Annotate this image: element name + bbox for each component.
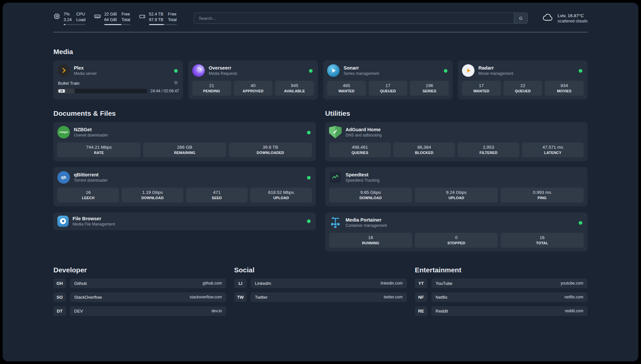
- bookmark-dev[interactable]: DT DEVdev.to: [53, 306, 226, 316]
- service-card-plex[interactable]: Plex Media server Bullet Train: [53, 60, 183, 100]
- bookmark-abbr: RE: [415, 306, 427, 316]
- header-divider: [53, 32, 588, 32]
- stat-upload: 618.52 MbpsUPLOAD: [250, 188, 312, 202]
- playback-progress-bar[interactable]: [57, 89, 147, 93]
- stat-filtered: 2,953FILTERED: [458, 142, 519, 157]
- disk-widget: 52.4 TB 97.9 TB Free Total: [139, 12, 177, 25]
- cpu-load-label: Load: [76, 17, 85, 23]
- section-title-utilities: Utilities: [325, 109, 588, 117]
- service-name: AdGuard Home: [346, 127, 382, 132]
- bookmark-url: reddit.com: [565, 309, 583, 313]
- memory-widget: 22 GiB 64 GiB Free Total: [94, 12, 130, 25]
- stat-remaining: 266 GBREMAINING: [143, 142, 226, 157]
- status-dot: [307, 176, 311, 179]
- service-name: Plex: [74, 65, 97, 71]
- cloud-icon: [542, 13, 554, 23]
- bookmark-reddit[interactable]: RE Redditreddit.com: [415, 306, 588, 316]
- bookmark-name: Twitter: [255, 295, 267, 300]
- status-dot: [309, 69, 313, 73]
- bookmark-group-title: Developer: [53, 266, 226, 274]
- service-name: Overseerr: [209, 65, 237, 71]
- section-title-media: Media: [53, 48, 588, 56]
- weather-location-temp: Lviv, 16.87°C: [558, 13, 588, 18]
- status-dot: [174, 69, 178, 73]
- stat-queries: 498,461QUERIES: [329, 142, 391, 157]
- section-bookmarks: Developer GH Githubgithub.com SO StackOv…: [53, 266, 588, 320]
- status-dot: [444, 69, 447, 73]
- nzbget-icon: nzbget: [57, 126, 70, 138]
- service-card-portainer[interactable]: Media Portainer Container management 16R…: [325, 212, 588, 252]
- bookmark-netflix[interactable]: NF Netflixnetflix.com: [415, 292, 588, 302]
- search-engine-button[interactable]: G: [514, 13, 528, 23]
- service-name: File Browser: [73, 216, 115, 221]
- bookmark-group-social: Social LI LinkedInlinkedin.com TW Twitte…: [234, 266, 407, 306]
- service-name: NZBGet: [74, 127, 108, 132]
- service-desc: Usenet downloader: [74, 133, 108, 137]
- stat-stopped: 0STOPPED: [415, 233, 498, 248]
- stat-rate: 744.21 MbpsRATE: [57, 142, 140, 157]
- disk-icon: [139, 13, 146, 20]
- stat-movies: 834MOVIES: [545, 81, 584, 96]
- service-card-filebrowser[interactable]: File Browser Media File Management: [53, 212, 316, 230]
- service-card-sonarr[interactable]: Sonarr Series management 485WANTED 17QUE…: [323, 60, 453, 100]
- qbittorrent-icon: qb: [57, 171, 70, 184]
- service-card-radarr[interactable]: Radarr Movie management 17WANTED 22QUEUE…: [458, 60, 588, 100]
- service-card-overseerr[interactable]: Overseerr Media Requests 21PENDING 40APP…: [188, 60, 318, 100]
- cpu-label: CPU: [76, 12, 85, 17]
- stat-wanted: 17WANTED: [462, 81, 501, 96]
- bookmark-github[interactable]: GH Githubgithub.com: [53, 279, 226, 288]
- bookmark-url: github.com: [202, 281, 222, 286]
- search-bar: G: [194, 13, 528, 24]
- pause-button[interactable]: [58, 89, 65, 93]
- bookmark-name: Github: [74, 281, 87, 286]
- service-name: qBittorrent: [74, 172, 108, 177]
- stat-upload: 9.24 GbpsUPLOAD: [415, 188, 498, 202]
- memory-free-label: Free: [121, 12, 130, 17]
- filebrowser-icon: [57, 216, 69, 227]
- service-card-qbittorrent[interactable]: qb qBittorrent Torrent downloader 16LEEC…: [53, 167, 316, 206]
- status-dot: [307, 131, 311, 134]
- stat-download: 9.65 GbpsDOWNLOAD: [329, 188, 412, 202]
- bookmark-twitter[interactable]: TW Twittertwitter.com: [234, 292, 407, 302]
- gear-icon[interactable]: [173, 80, 178, 86]
- search-input[interactable]: [194, 13, 514, 23]
- stat-blocked: 86,384BLOCKED: [393, 142, 455, 157]
- stat-downloaded: 39.6 TBDOWNLOADED: [229, 142, 312, 157]
- disk-progress-bar: [149, 24, 177, 25]
- bookmark-name: StackOverflow: [74, 295, 102, 300]
- service-name: Sonarr: [344, 65, 379, 71]
- stat-leech: 16LEECH: [57, 188, 119, 202]
- status-dot: [579, 69, 582, 73]
- service-desc: Media File Management: [73, 222, 115, 227]
- bookmark-youtube[interactable]: YT YouTubeyoutube.com: [415, 279, 588, 288]
- bookmark-linkedin[interactable]: LI LinkedInlinkedin.com: [234, 279, 407, 288]
- status-dot: [579, 221, 582, 225]
- service-name: Speedtest: [346, 172, 380, 177]
- overseerr-icon: [192, 64, 205, 77]
- bookmark-abbr: LI: [234, 279, 247, 288]
- service-card-nzbget[interactable]: nzbget NZBGet Usenet downloader 744.21 M…: [53, 122, 316, 161]
- disk-free-label: Free: [168, 12, 176, 17]
- section-utilities: Utilities ✓ AdGuard Home DNS and adblock…: [325, 109, 588, 252]
- dashboard-panel: 7% 3.24 CPU Load 22 GiB: [3, 3, 638, 361]
- portainer-icon: [329, 216, 342, 229]
- sonarr-icon: [327, 64, 340, 77]
- bookmark-abbr: DT: [53, 306, 66, 316]
- stat-available: 945AVAILABLE: [275, 81, 314, 96]
- service-name: Media Portainer: [346, 217, 387, 223]
- section-documents: Documents & Files nzbget NZBGet Usenet d…: [53, 109, 316, 230]
- cpu-widget: 7% 3.24 CPU Load: [53, 12, 85, 25]
- bookmark-abbr: NF: [415, 292, 427, 302]
- memory-total-value: 64 GiB: [104, 17, 117, 23]
- service-card-adguard[interactable]: ✓ AdGuard Home DNS and adblocking 498,46…: [325, 122, 588, 161]
- memory-progress-bar: [104, 24, 130, 25]
- bookmark-abbr: YT: [415, 279, 427, 288]
- service-card-speedtest[interactable]: Speedtest Speedtest Tracking 9.65 GbpsDO…: [325, 167, 588, 206]
- stat-series: 196SERIES: [410, 81, 449, 96]
- bookmark-url: netflix.com: [565, 295, 583, 299]
- plex-icon: [57, 64, 70, 77]
- service-desc: Movie management: [478, 71, 513, 76]
- bookmark-stackoverflow[interactable]: SO StackOverflowstackoverflow.com: [53, 292, 226, 302]
- stat-running: 16RUNNING: [329, 233, 412, 248]
- top-bar: 7% 3.24 CPU Load 22 GiB: [53, 12, 588, 25]
